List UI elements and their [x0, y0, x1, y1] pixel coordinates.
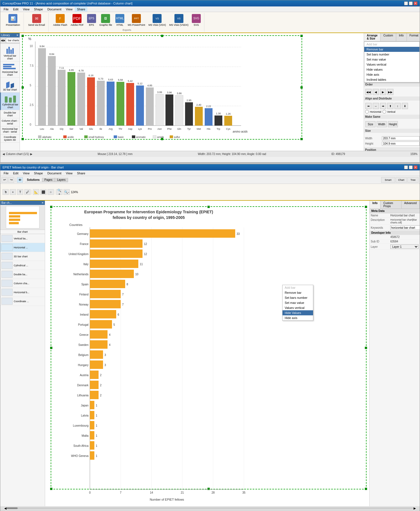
- bar-spain[interactable]: [90, 280, 125, 288]
- ctx-bottom-hide-values[interactable]: Hide Values: [283, 310, 313, 315]
- bar-who-geneva[interactable]: [90, 451, 94, 460]
- bottom-menu-share[interactable]: Share: [75, 171, 87, 175]
- tab-custom-props-bottom[interactable]: Custom Props: [381, 201, 401, 209]
- same-height-btn[interactable]: Height: [388, 121, 398, 127]
- lib-vertical-bar[interactable]: Vertical ba...: [0, 234, 45, 243]
- zoom-out-btn[interactable]: 🔍-: [64, 189, 70, 195]
- height-input[interactable]: [382, 142, 420, 146]
- ribbon-btn-email[interactable]: ✉ Send via Email: [27, 13, 46, 27]
- ctx-bottom-hide-axis[interactable]: Hide axis: [283, 315, 313, 320]
- bar-his[interactable]: [205, 108, 213, 126]
- bar-south-africa[interactable]: [90, 441, 94, 450]
- bar-ireland[interactable]: [90, 310, 116, 318]
- ribbon-btn-eps[interactable]: EPS EPS: [86, 13, 97, 27]
- tool-redo[interactable]: ↪: [8, 177, 14, 183]
- bar-uk[interactable]: [90, 249, 143, 258]
- lib-coordinate[interactable]: Coordinate ...: [0, 297, 45, 306]
- ctx-bottom-remove-bar[interactable]: Remove bar: [283, 290, 313, 295]
- ribbon-btn-pdf[interactable]: PDF Adobe PDF: [69, 13, 85, 27]
- bottom-minimize-btn[interactable]: _: [404, 165, 408, 169]
- menu-shape[interactable]: Shape: [32, 7, 45, 11]
- align-right-btn[interactable]: ➡: [380, 103, 386, 109]
- bar-germany[interactable]: [90, 229, 235, 238]
- page-next-btn[interactable]: ▶: [30, 152, 32, 156]
- align-middle-btn[interactable]: ↕: [395, 103, 401, 109]
- ribbon-btn-html[interactable]: HTML HTML: [114, 13, 125, 27]
- ribbon-btn-ppt[interactable]: PPT MS PowerPoint: [127, 13, 146, 27]
- ctx-values-vertical[interactable]: Values vertical: [364, 62, 419, 67]
- lib-double[interactable]: Double ba...: [0, 270, 45, 279]
- bottom-maximize-btn[interactable]: □: [409, 165, 413, 169]
- bar-hungary[interactable]: [90, 360, 103, 369]
- bar-ser[interactable]: [67, 72, 75, 126]
- menu-file[interactable]: File: [1, 7, 11, 11]
- bottom-lib-close[interactable]: ✕: [41, 201, 44, 204]
- bar-portugal[interactable]: [90, 320, 112, 329]
- ctx-add-bar[interactable]: Add bar: [364, 42, 419, 47]
- library-dropdown[interactable]: bar charts: [6, 38, 20, 43]
- lib-horizontal-bar[interactable]: Horizontal ...: [0, 243, 45, 252]
- bottom-menu-shape[interactable]: Shape: [32, 171, 45, 175]
- bar-thr[interactable]: [116, 82, 124, 126]
- lib-column-serial[interactable]: Column cha...: [0, 279, 45, 288]
- bar-tyr[interactable]: [185, 102, 193, 126]
- menu-edit[interactable]: Edit: [11, 7, 21, 11]
- bar-asp[interactable]: [126, 83, 134, 126]
- bar-arg[interactable]: [107, 82, 115, 126]
- ctx-bottom-set-max-value[interactable]: Set max value: [283, 300, 313, 305]
- ribbon-btn-flash[interactable]: F Adobe Flash: [52, 13, 69, 27]
- bar-glu[interactable]: [87, 77, 95, 126]
- bar-malta[interactable]: [90, 431, 94, 440]
- ribbon-btn-graphic[interactable]: 🖼 Graphic file: [98, 13, 113, 27]
- bar-luxembourg[interactable]: [90, 421, 94, 429]
- ctx-hide-values[interactable]: Hide values: [364, 67, 419, 72]
- tab-info-bottom[interactable]: Info: [370, 201, 381, 209]
- tab-info[interactable]: Info: [396, 33, 407, 41]
- solutions-tab[interactable]: Solutions: [25, 178, 42, 182]
- layers-tab[interactable]: Layers: [55, 178, 68, 182]
- bar-asn[interactable]: [156, 94, 164, 126]
- bottom-menu-view2[interactable]: View: [64, 171, 75, 175]
- ctx-bottom-values-vertical[interactable]: Values vertical: [283, 305, 313, 310]
- bar-cys[interactable]: [224, 116, 232, 126]
- bottom-menu-file[interactable]: File: [1, 171, 11, 175]
- width-input[interactable]: [382, 136, 420, 140]
- lib-3d-bar[interactable]: 3D bar chart: [0, 252, 45, 261]
- sidebar-item-cylindrical[interactable]: Cylindrical bar chart: [0, 93, 20, 110]
- bar-france[interactable]: [90, 239, 143, 248]
- bottom-close-btn[interactable]: ✕: [414, 165, 417, 169]
- sidebar-item-column-serial[interactable]: Column chart - serial: [0, 118, 20, 126]
- menu-document[interactable]: Document: [45, 7, 64, 11]
- bottom-tool-3[interactable]: T: [17, 189, 23, 195]
- bottom-tool-6[interactable]: ⬛: [40, 189, 46, 195]
- bar-netherlands[interactable]: [90, 270, 134, 278]
- backword-btn[interactable]: ▶: [380, 89, 386, 95]
- smart-tab-btn[interactable]: Smart: [381, 177, 395, 183]
- bar-sweden[interactable]: [90, 340, 108, 349]
- bottom-menu-document[interactable]: Document: [45, 171, 64, 175]
- minimize-button[interactable]: _: [404, 1, 408, 5]
- menu-share[interactable]: Share: [75, 7, 87, 11]
- scroll-bar-bottom[interactable]: ◀ ▶: [0, 506, 420, 510]
- sidebar-item-horizontal-bar[interactable]: Horizontal bar chart: [0, 61, 20, 78]
- scroll-left-btn[interactable]: ◀: [4, 507, 6, 510]
- send-back-btn[interactable]: ◀◀: [365, 89, 372, 95]
- library-close[interactable]: ✕: [16, 34, 18, 37]
- close-button[interactable]: ✕: [414, 1, 417, 5]
- sidebar-item-vertical-bar[interactable]: Vertical bar chart: [0, 44, 20, 61]
- bar-japan[interactable]: [90, 401, 94, 409]
- bar-phe[interactable]: [165, 94, 173, 126]
- tool-undo[interactable]: ↩: [1, 177, 8, 183]
- nav-back[interactable]: ◀: [1, 39, 3, 42]
- align-top-btn[interactable]: ⬆: [387, 103, 393, 109]
- sidebar-item-coordinate-3d[interactable]: Coordinate system 3D: [0, 135, 20, 143]
- tool-view[interactable]: 👁: [17, 177, 23, 183]
- sidebar-item-horizontal-serial[interactable]: Horizontal bar chart - serial: [0, 126, 20, 135]
- bottom-tool-2[interactable]: +: [10, 189, 16, 195]
- menu-view2[interactable]: View: [64, 7, 75, 11]
- bottom-tool-7[interactable]: ○: [48, 189, 54, 195]
- keywords-input[interactable]: [390, 225, 420, 230]
- ctx-inclined-tables[interactable]: Inclined tables: [364, 77, 419, 82]
- ctx-remove-bar[interactable]: Remove bar: [364, 47, 419, 52]
- scroll-right-btn[interactable]: ▶: [414, 507, 416, 510]
